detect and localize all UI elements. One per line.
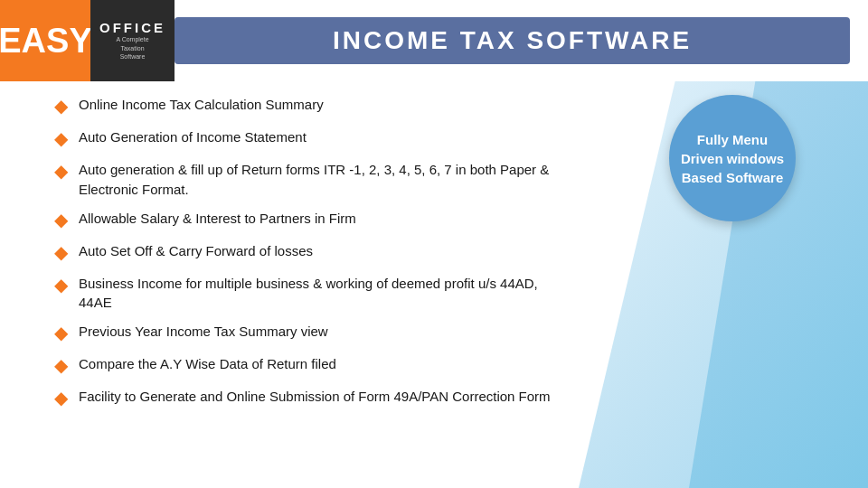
list-item: ◆Auto generation & fill up of Return for… <box>54 160 561 200</box>
logo-office-block: OFFICE A Complete Taxation Software <box>90 0 175 81</box>
list-item: ◆Compare the A.Y Wise Data of Return fil… <box>54 354 561 378</box>
tagline-line1: A Complete <box>116 35 148 44</box>
list-item: ◆Auto Set Off & Carry Forward of losses <box>54 241 561 265</box>
list-item: ◆Previous Year Income Tax Summary view <box>54 322 561 345</box>
feature-text: Compare the A.Y Wise Data of Return file… <box>79 354 336 374</box>
bullet-icon: ◆ <box>54 352 68 378</box>
logo: EASY OFFICE A Complete Taxation Software <box>0 0 175 81</box>
bullet-icon: ◆ <box>54 158 68 183</box>
list-item: ◆Auto Generation of Income Statement <box>54 127 561 151</box>
logo-easy-block: EASY <box>0 0 90 81</box>
badge-container: Fully Menu Driven windows Based Software <box>669 95 796 221</box>
page-title: INCOME TAX SOFTWARE <box>333 26 692 55</box>
bullet-icon: ◆ <box>54 207 68 232</box>
badge-line3: Based Software <box>682 170 784 185</box>
tagline-line2: Taxation <box>116 44 148 53</box>
bullet-icon: ◆ <box>54 385 68 410</box>
feature-text: Business Income for multiple business & … <box>79 274 561 314</box>
header: EASY OFFICE A Complete Taxation Software… <box>0 0 868 81</box>
feature-text: Auto Set Off & Carry Forward of losses <box>79 241 313 261</box>
badge-line1: Fully Menu <box>697 132 768 147</box>
tagline-line3: Software <box>116 52 148 61</box>
feature-badge: Fully Menu Driven windows Based Software <box>669 95 796 221</box>
badge-line2: Driven windows <box>681 151 784 166</box>
logo-easy-text: EASY <box>0 23 92 58</box>
badge-text: Fully Menu Driven windows Based Software <box>672 121 793 196</box>
bullet-icon: ◆ <box>54 239 68 265</box>
title-banner: INCOME TAX SOFTWARE <box>175 17 850 64</box>
bullet-icon: ◆ <box>54 272 68 297</box>
list-item: ◆Online Income Tax Calculation Summary <box>54 95 561 118</box>
list-item: ◆Allowable Salary & Interest to Partners… <box>54 209 561 232</box>
feature-list: ◆Online Income Tax Calculation Summary◆A… <box>54 95 561 410</box>
logo-office-text: OFFICE <box>99 20 165 35</box>
feature-text: Facility to Generate and Online Submissi… <box>79 387 551 407</box>
feature-text: Auto generation & fill up of Return form… <box>79 160 561 200</box>
list-item: ◆Facility to Generate and Online Submiss… <box>54 387 561 410</box>
feature-text: Online Income Tax Calculation Summary <box>79 95 324 115</box>
bullet-icon: ◆ <box>54 320 68 345</box>
bullet-icon: ◆ <box>54 93 68 118</box>
main-content: ◆Online Income Tax Calculation Summary◆A… <box>0 81 597 428</box>
logo-tagline: A Complete Taxation Software <box>116 35 148 61</box>
list-item: ◆Business Income for multiple business &… <box>54 274 561 314</box>
feature-text: Auto Generation of Income Statement <box>79 127 307 147</box>
bullet-icon: ◆ <box>54 126 68 151</box>
feature-text: Previous Year Income Tax Summary view <box>79 322 328 342</box>
feature-text: Allowable Salary & Interest to Partners … <box>79 209 356 229</box>
